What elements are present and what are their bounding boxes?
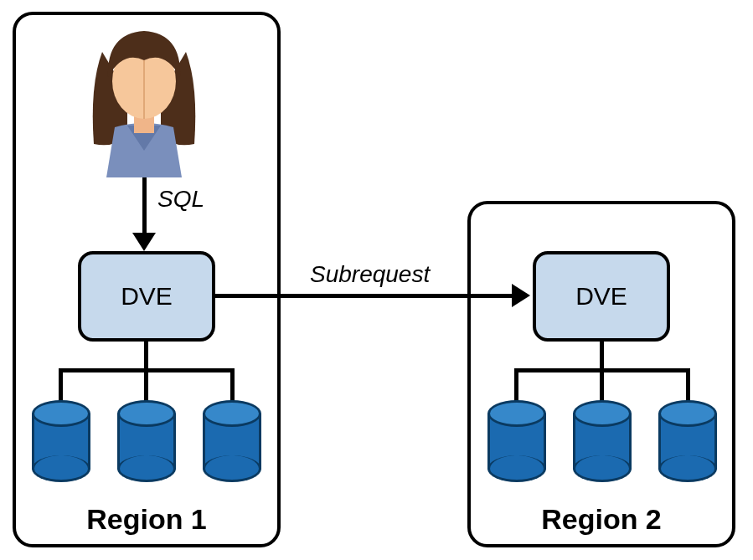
subrequest-label: Subrequest bbox=[310, 261, 430, 288]
arrow-sql-line bbox=[142, 177, 147, 236]
arrow-subrequest-line bbox=[215, 294, 515, 298]
storage-cylinder bbox=[658, 400, 717, 474]
dve-label-1: DVE bbox=[121, 282, 173, 311]
user-icon bbox=[81, 18, 207, 177]
sql-label: SQL bbox=[157, 186, 204, 213]
dve-box-region-2: DVE bbox=[533, 251, 670, 342]
dve-box-region-1: DVE bbox=[78, 251, 215, 342]
region-1-label: Region 1 bbox=[16, 503, 277, 536]
storage-cylinder bbox=[203, 400, 261, 474]
dve-label-2: DVE bbox=[575, 282, 627, 311]
connector-r2-drop-3 bbox=[686, 368, 690, 402]
arrow-subrequest-head bbox=[512, 284, 530, 307]
storage-cylinder bbox=[573, 400, 632, 474]
storage-cylinder bbox=[487, 400, 546, 474]
arrow-sql-head bbox=[132, 233, 156, 251]
connector-r1-drop-3 bbox=[230, 368, 235, 402]
storage-cylinder bbox=[32, 400, 90, 474]
connector-r2-drop-1 bbox=[514, 368, 518, 402]
connector-r2-drop-2 bbox=[600, 368, 604, 402]
region-2-label: Region 2 bbox=[471, 503, 732, 536]
storage-cylinder bbox=[117, 400, 176, 474]
connector-r1-drop-1 bbox=[59, 368, 63, 402]
connector-r1-vert-main bbox=[144, 342, 148, 371]
connector-r2-vert-main bbox=[600, 342, 604, 371]
connector-r1-drop-2 bbox=[144, 368, 148, 402]
